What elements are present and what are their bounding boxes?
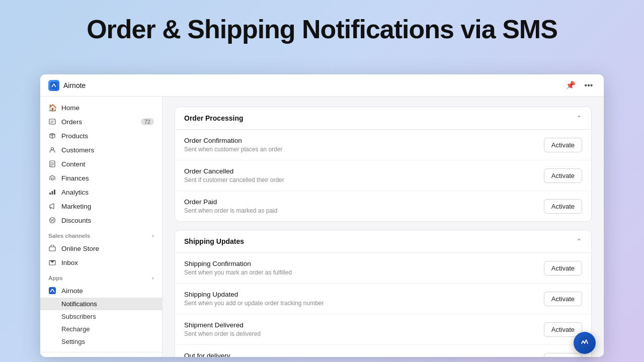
- notification-row-order-paid: Order Paid Sent when order is marked as …: [175, 191, 591, 221]
- sidebar-item-finances[interactable]: Finances: [40, 171, 162, 185]
- activate-button-order-paid[interactable]: Activate: [544, 199, 582, 214]
- airnote-logo-icon: [48, 80, 59, 91]
- sidebar-item-subscribers[interactable]: Subscribers: [40, 310, 162, 323]
- sidebar-item-recharge[interactable]: Recharge: [40, 323, 162, 335]
- sidebar-item-online-store-label: Online Store: [61, 245, 99, 252]
- sales-channels-section[interactable]: Sales channels ›: [40, 227, 162, 241]
- activate-button-shipping-updated[interactable]: Activate: [544, 292, 582, 306]
- notification-info-shipping-confirmation: Shipping Confirmation Sent when you mark…: [184, 260, 544, 276]
- notification-row-order-cancelled: Order Cancelled Sent if customer cancell…: [175, 160, 591, 191]
- sidebar-item-discounts[interactable]: Discounts: [40, 213, 162, 227]
- svg-rect-9: [49, 247, 55, 251]
- notification-info-shipping-updated: Shipping Updated Sent when you add or up…: [184, 291, 544, 307]
- notification-title-order-paid: Order Paid: [184, 198, 544, 206]
- online-store-icon: [48, 244, 56, 252]
- svg-rect-7: [54, 190, 55, 195]
- sidebar-item-orders[interactable]: Orders 72: [40, 115, 162, 129]
- apps-section[interactable]: Apps ›: [40, 269, 162, 284]
- sidebar-item-home[interactable]: 🏠 Home: [40, 101, 162, 115]
- notification-desc-shipping-confirmation: Sent when you mark an order as fulfilled: [184, 269, 544, 276]
- notification-desc-order-cancelled: Sent if customer cancelled their order: [184, 176, 544, 184]
- chat-fab[interactable]: [574, 332, 596, 354]
- inbox-icon: [48, 258, 56, 266]
- notification-desc-shipment-delivered: Sent when order is delivered: [184, 330, 544, 337]
- pin-icon[interactable]: 📌: [564, 78, 578, 93]
- sidebar-notifications-label: Notifications: [61, 300, 97, 308]
- svg-rect-6: [52, 191, 53, 195]
- notification-title-out-for-delivery: Out for delivery: [184, 352, 544, 357]
- sidebar-item-online-store[interactable]: Online Store: [40, 241, 162, 255]
- sidebar-item-content-label: Content: [61, 160, 85, 168]
- svg-rect-0: [50, 82, 57, 89]
- sidebar-item-marketing-label: Marketing: [61, 203, 91, 210]
- section-title-order-processing: Order Processing: [184, 114, 244, 122]
- home-icon: 🏠: [48, 104, 56, 112]
- more-options-icon[interactable]: •••: [582, 78, 596, 93]
- svg-rect-5: [49, 193, 51, 195]
- sales-channels-chevron: ›: [152, 232, 154, 239]
- activate-button-out-for-delivery[interactable]: Activate: [544, 353, 582, 357]
- analytics-icon: [48, 188, 56, 196]
- page-title: Order & Shipping Notifications via SMS: [0, 0, 644, 55]
- sidebar-item-inbox[interactable]: Inbox: [40, 255, 162, 269]
- apps-chevron: ›: [152, 275, 154, 282]
- notification-info-order-cancelled: Order Cancelled Sent if customer cancell…: [184, 167, 544, 184]
- orders-icon: [48, 118, 56, 126]
- orders-badge: 72: [141, 118, 154, 125]
- notification-info-out-for-delivery: Out for delivery Sent when an order with…: [184, 352, 544, 357]
- content-icon: [48, 160, 56, 168]
- top-bar-app-name: Airnote: [63, 81, 86, 89]
- sidebar-item-settings[interactable]: ⚙ Settings: [40, 356, 162, 357]
- notification-title-shipping-updated: Shipping Updated: [184, 291, 544, 298]
- section-header-order-processing[interactable]: Order Processing ⌃: [175, 107, 591, 130]
- notification-info-order-confirmation: Order Confirmation Sent when customer pl…: [184, 137, 544, 153]
- notification-desc-order-paid: Sent when order is marked as paid: [184, 207, 544, 214]
- notification-title-order-confirmation: Order Confirmation: [184, 137, 544, 144]
- section-chevron-order-processing: ⌃: [576, 114, 582, 122]
- notification-title-shipment-delivered: Shipment Delivered: [184, 321, 544, 329]
- top-bar: Airnote 📌 •••: [40, 74, 604, 97]
- sidebar-item-notifications[interactable]: Notifications: [40, 298, 162, 310]
- notification-info-shipment-delivered: Shipment Delivered Sent when order is de…: [184, 321, 544, 337]
- apps-label: Apps: [48, 275, 63, 281]
- section-title-shipping-updates: Shipping Updates: [184, 237, 244, 245]
- sidebar-item-finances-label: Finances: [61, 174, 89, 182]
- sidebar-item-products[interactable]: Products: [40, 129, 162, 143]
- sidebar-subscribers-label: Subscribers: [61, 313, 96, 320]
- sidebar-item-orders-label: Orders: [61, 118, 82, 126]
- sales-channels-label: Sales channels: [48, 233, 90, 239]
- notification-desc-shipping-updated: Sent when you add or update order tracki…: [184, 300, 544, 307]
- notification-title-shipping-confirmation: Shipping Confirmation: [184, 260, 544, 267]
- sidebar-item-marketing[interactable]: Marketing: [40, 199, 162, 213]
- top-bar-left: Airnote: [48, 80, 86, 91]
- notification-row-out-for-delivery: Out for delivery Sent when an order with…: [175, 345, 591, 357]
- airnote-nav-icon: [48, 287, 56, 295]
- sidebar-settings-sub-label: Settings: [61, 338, 85, 345]
- sidebar-item-analytics[interactable]: Analytics: [40, 185, 162, 199]
- svg-rect-12: [579, 336, 590, 347]
- sidebar-item-content[interactable]: Content: [40, 157, 162, 171]
- main-layout: 🏠 Home Orders 72 Products Cust: [40, 97, 604, 357]
- notification-row-order-confirmation: Order Confirmation Sent when customer pl…: [175, 130, 591, 160]
- sidebar-item-settings-sub[interactable]: Settings: [40, 335, 162, 348]
- svg-rect-11: [49, 287, 56, 294]
- activate-button-order-confirmation[interactable]: Activate: [544, 138, 582, 152]
- sidebar-recharge-label: Recharge: [61, 325, 90, 333]
- marketing-icon: [48, 202, 56, 210]
- sidebar-item-home-label: Home: [61, 104, 79, 112]
- customers-icon: [48, 146, 56, 154]
- section-shipping-updates: Shipping Updates ⌃ Shipping Confirmation…: [175, 230, 592, 357]
- notification-row-shipment-delivered: Shipment Delivered Sent when order is de…: [175, 314, 591, 345]
- sidebar: 🏠 Home Orders 72 Products Cust: [40, 97, 163, 357]
- notification-row-shipping-updated: Shipping Updated Sent when you add or up…: [175, 284, 591, 314]
- activate-button-shipping-confirmation[interactable]: Activate: [544, 261, 582, 276]
- app-window: Airnote 📌 ••• 🏠 Home Orders 72: [40, 74, 604, 357]
- activate-button-shipment-delivered[interactable]: Activate: [544, 322, 582, 337]
- sidebar-item-customers[interactable]: Customers: [40, 143, 162, 157]
- sidebar-item-airnote[interactable]: Airnote: [40, 284, 162, 298]
- activate-button-order-cancelled[interactable]: Activate: [544, 168, 582, 183]
- notification-row-shipping-confirmation: Shipping Confirmation Sent when you mark…: [175, 253, 591, 284]
- section-header-shipping-updates[interactable]: Shipping Updates ⌃: [175, 230, 591, 253]
- sidebar-item-customers-label: Customers: [61, 146, 94, 154]
- sidebar-item-inbox-label: Inbox: [61, 259, 78, 266]
